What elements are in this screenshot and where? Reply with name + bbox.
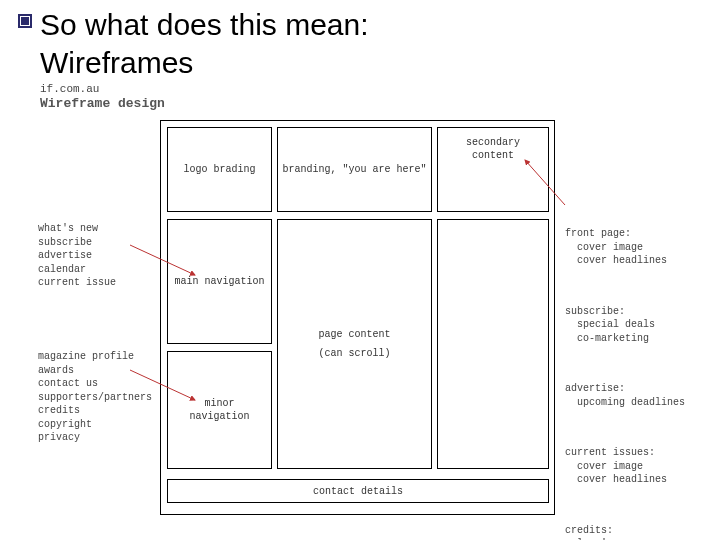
box-main-nav: main navigation	[167, 219, 272, 344]
wireframe-meta: if.com.au Wireframe design	[40, 82, 165, 113]
design-label: Wireframe design	[40, 96, 165, 113]
annotation-minor-nav: magazine profile awards contact us suppo…	[38, 350, 152, 445]
title-line-2: Wireframes	[40, 46, 193, 79]
box-minor-label: minor navigation	[172, 397, 267, 423]
slide-bullet-icon	[18, 14, 32, 28]
box-logo-label: logo brading	[183, 163, 255, 176]
box-footer-label: contact details	[313, 485, 403, 498]
box-branding-label: branding, "you are here"	[282, 163, 426, 176]
box-branding: branding, "you are here"	[277, 127, 432, 212]
box-footer: contact details	[167, 479, 549, 503]
annotation-subscribe: subscribe: special deals co-marketing	[565, 305, 685, 346]
box-content-line1: page content	[318, 328, 390, 341]
annotation-credits: credits: logo's	[565, 524, 685, 541]
box-logo: logo brading	[167, 127, 272, 212]
box-secondary-label: secondary content	[442, 136, 544, 162]
box-page-content: page content (can scroll)	[277, 219, 432, 469]
box-content-line2: (can scroll)	[318, 347, 390, 360]
annotation-front-page: front page: cover image cover headlines	[565, 227, 685, 268]
site-url: if.com.au	[40, 82, 165, 96]
annotation-advertise: advertise: upcoming deadlines	[565, 382, 685, 409]
slide-title: So what does this mean: Wireframes	[40, 6, 369, 81]
title-line-1: So what does this mean:	[40, 8, 369, 41]
annotation-current-issues: current issues: cover image cover headli…	[565, 446, 685, 487]
wireframe-frame: logo brading branding, "you are here" se…	[160, 120, 555, 515]
box-secondary: secondary content	[437, 127, 549, 212]
box-minor-nav: minor navigation	[167, 351, 272, 469]
box-right-column	[437, 219, 549, 469]
annotation-secondary: front page: cover image cover headlines …	[565, 200, 685, 540]
box-nav-label: main navigation	[174, 275, 264, 288]
annotation-main-nav: what's new subscribe advertise calendar …	[38, 222, 116, 290]
